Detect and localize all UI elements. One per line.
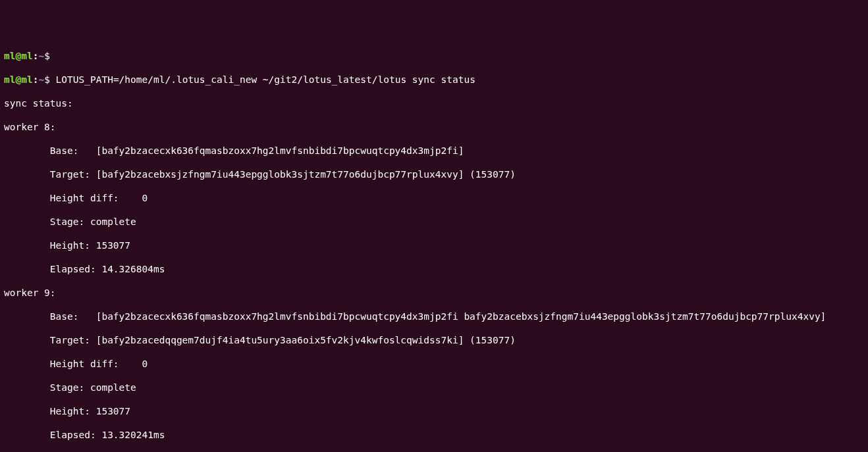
worker-header: worker 8: xyxy=(4,121,864,133)
worker-height-diff: Height diff: 0 xyxy=(4,358,864,370)
prompt-line: ml@ml:~$ xyxy=(4,50,864,62)
worker-height: Height: 153077 xyxy=(4,405,864,417)
worker-base: Base: [bafy2bzacecxk636fqmasbzoxx7hg2lmv… xyxy=(4,145,864,157)
worker-base: Base: [bafy2bzacecxk636fqmasbzoxx7hg2lmv… xyxy=(4,311,864,322)
worker-elapsed: Elapsed: 13.320241ms xyxy=(4,429,864,441)
command-sync-status: LOTUS_PATH=/home/ml/.lotus_cali_new ~/gi… xyxy=(56,74,475,85)
user-host: ml@ml xyxy=(4,51,33,61)
user-host: ml@ml xyxy=(4,74,33,85)
worker-stage: Stage: complete xyxy=(4,216,864,228)
worker-header: worker 9: xyxy=(4,287,864,299)
worker-target: Target: [bafy2bzacebxsjzfngm7iu443epgglo… xyxy=(4,168,864,180)
terminal[interactable]: ml@ml:~$ ml@ml:~$ LOTUS_PATH=/home/ml/.l… xyxy=(4,50,864,452)
prompt-sigil: $ xyxy=(44,51,50,61)
worker-height: Height: 153077 xyxy=(4,239,864,251)
worker-stage: Stage: complete xyxy=(4,382,864,393)
prompt-path: ~ xyxy=(38,51,44,61)
prompt-line: ml@ml:~$ LOTUS_PATH=/home/ml/.lotus_cali… xyxy=(4,74,864,86)
worker-target: Target: [bafy2bzacedqqgem7dujf4ia4tu5ury… xyxy=(4,334,864,346)
worker-elapsed: Elapsed: 14.326804ms xyxy=(4,263,864,275)
worker-height-diff: Height diff: 0 xyxy=(4,192,864,204)
sync-status-header: sync status: xyxy=(4,97,864,109)
